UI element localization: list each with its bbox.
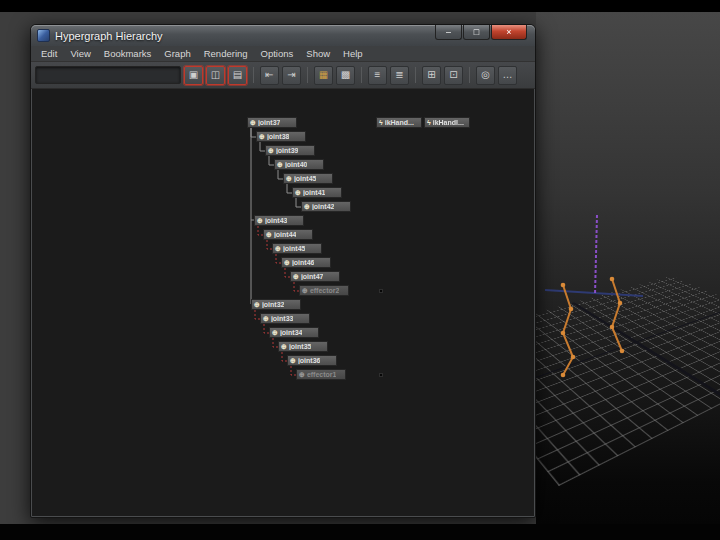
node-label: joint34 [280, 329, 303, 336]
toggle-auto-layout-button[interactable]: ◫ [206, 66, 225, 85]
hypergraph-window: Hypergraph Hierarchy – □ × EditViewBookm… [30, 24, 536, 518]
joint-node[interactable]: ⊕joint39 [265, 145, 315, 156]
joint-node[interactable]: ⊕joint33 [260, 313, 310, 324]
minimize-button[interactable]: – [435, 25, 462, 40]
joint-node[interactable]: ⊕joint36 [287, 355, 337, 366]
ikhandle-node[interactable]: ϟikHandl... [424, 117, 470, 128]
joint-icon: ⊕ [290, 357, 296, 364]
frame-selection-button[interactable]: ⊡ [444, 66, 463, 85]
joint-icon: ⊕ [250, 119, 256, 126]
ikhandle-icon: ϟ [427, 119, 431, 126]
node-label: joint42 [312, 203, 335, 210]
joint-icon: ⊕ [293, 273, 299, 280]
create-bookmark-button[interactable]: ▩ [336, 66, 355, 85]
node-label: joint35 [289, 343, 312, 350]
menu-rendering[interactable]: Rendering [204, 48, 248, 59]
wire [563, 285, 573, 375]
joint-icon: ⊕ [277, 161, 283, 168]
toolbar-buttons: ▣◫▤⇤⇥▦▩≡≣⊞⊡◎… [184, 66, 517, 85]
hypergraph-canvas[interactable]: ⊕joint37⊕joint38⊕joint39⊕joint40⊕joint45… [32, 89, 534, 516]
connection-dot [379, 289, 383, 293]
viewport-scene-art [536, 12, 720, 524]
joint-icon: ⊕ [272, 329, 278, 336]
graph-downstream-button[interactable]: ⇥ [282, 66, 301, 85]
effector-icon: ⊕ [299, 371, 305, 378]
toolbar: ▣◫▤⇤⇥▦▩≡≣⊞⊡◎… [31, 62, 535, 89]
node-label: effector1 [307, 371, 337, 378]
joint-node[interactable]: ⊕joint37 [247, 117, 297, 128]
node-label: joint33 [271, 315, 294, 322]
ikhandle-node[interactable]: ϟikHand... [376, 117, 422, 128]
effector-node[interactable]: ⊕effector1 [296, 369, 346, 380]
list-view-button[interactable]: ≡ [368, 66, 387, 85]
menu-edit[interactable]: Edit [41, 48, 57, 59]
joint-node[interactable]: ⊕joint40 [274, 159, 324, 170]
bookmarks-button[interactable]: ▦ [314, 66, 333, 85]
menu-bar: EditViewBookmarksGraphRenderingOptionsSh… [31, 46, 535, 62]
toolbar-separator [415, 67, 416, 83]
joint-icon: ⊕ [286, 175, 292, 182]
joint-icon: ⊕ [295, 189, 301, 196]
toolbar-separator [469, 67, 470, 83]
viewport-3d[interactable] [536, 12, 720, 524]
joint-node[interactable]: ⊕joint35 [278, 341, 328, 352]
joint-node[interactable]: ⊕joint32 [251, 299, 301, 310]
wire [545, 290, 643, 296]
joint-icon: ⊕ [263, 315, 269, 322]
node-label: joint38 [267, 133, 290, 140]
wire [612, 279, 622, 351]
node-label: joint37 [258, 119, 281, 126]
window-controls: – □ × [434, 25, 527, 40]
joint-icon: ⊕ [281, 343, 287, 350]
node-label: ikHandl... [433, 119, 464, 126]
joint-node[interactable]: ⊕joint44 [263, 229, 313, 240]
joint-node[interactable]: ⊕joint42 [301, 201, 351, 212]
toolbar-separator [361, 67, 362, 83]
joint-node[interactable]: ⊕joint47 [290, 271, 340, 282]
window-icon[interactable] [37, 29, 50, 42]
joint-icon: ⊕ [284, 259, 290, 266]
node-label: joint45 [283, 245, 306, 252]
joint-node[interactable]: ⊕joint45 [283, 173, 333, 184]
toolbar-search-input[interactable] [35, 66, 181, 84]
node-label: joint43 [265, 217, 288, 224]
connection-dot [379, 373, 383, 377]
window-title: Hypergraph Hierarchy [55, 30, 163, 42]
window-titlebar[interactable]: Hypergraph Hierarchy – □ × [31, 25, 535, 46]
joint-node[interactable]: ⊕joint38 [256, 131, 306, 142]
joint-icon: ⊕ [268, 147, 274, 154]
node-label: joint44 [274, 231, 297, 238]
joint-node[interactable]: ⊕joint41 [292, 187, 342, 198]
effector-node[interactable]: ⊕effector2 [299, 285, 349, 296]
focus-button[interactable]: ◎ [476, 66, 495, 85]
menu-view[interactable]: View [70, 48, 90, 59]
maximize-button[interactable]: □ [463, 25, 490, 40]
menu-options[interactable]: Options [261, 48, 294, 59]
close-button[interactable]: × [491, 25, 527, 40]
toggle-freeform-layout-button[interactable]: ▣ [184, 66, 203, 85]
joint-marker [618, 301, 623, 306]
joint-marker [561, 331, 566, 336]
joint-marker [561, 373, 566, 378]
joint-node[interactable]: ⊕joint34 [269, 327, 319, 338]
node-label: joint39 [276, 147, 299, 154]
joint-node[interactable]: ⊕joint45 [272, 243, 322, 254]
joint-icon: ⊕ [259, 133, 265, 140]
ikhandle-icon: ϟ [379, 119, 383, 126]
node-label: joint36 [298, 357, 321, 364]
graph-upstream-button[interactable]: ⇤ [260, 66, 279, 85]
joint-node[interactable]: ⊕joint46 [281, 257, 331, 268]
node-label: joint46 [292, 259, 315, 266]
menu-help[interactable]: Help [343, 48, 363, 59]
joint-node[interactable]: ⊕joint43 [254, 215, 304, 226]
menu-show[interactable]: Show [306, 48, 330, 59]
menu-graph[interactable]: Graph [164, 48, 190, 59]
compact-view-button[interactable]: ≣ [390, 66, 409, 85]
joint-marker [569, 307, 574, 312]
node-label: joint40 [285, 161, 308, 168]
joint-marker [610, 277, 615, 282]
frame-all-button[interactable]: ⊞ [422, 66, 441, 85]
menu-bookmarks[interactable]: Bookmarks [104, 48, 152, 59]
overflow-button[interactable]: … [498, 66, 517, 85]
toggle-orientation-button[interactable]: ▤ [228, 66, 247, 85]
